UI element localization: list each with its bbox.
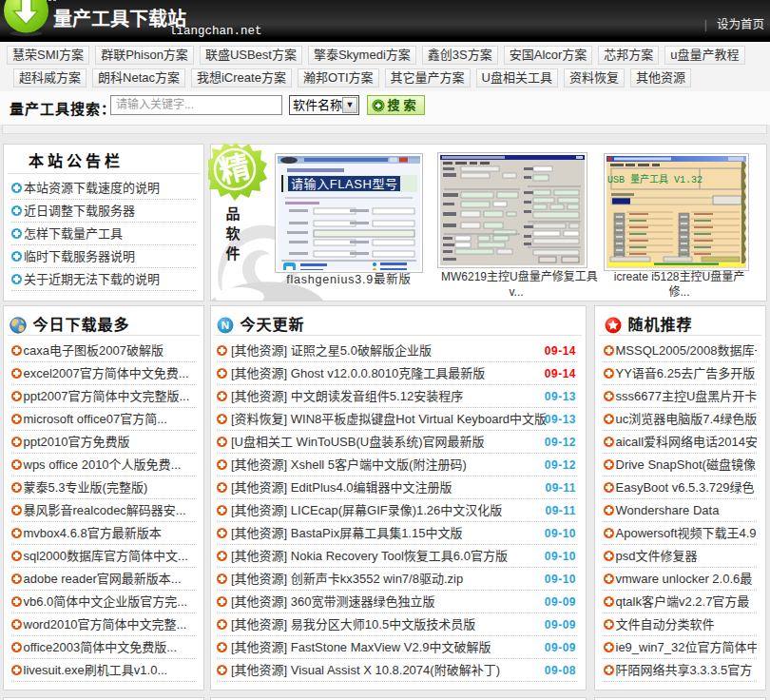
svg-text:USB 量产工具 V1.32: USB 量产工具 V1.32 bbox=[607, 173, 703, 185]
svg-text:请输入FLASH型号: 请输入FLASH型号 bbox=[291, 177, 397, 191]
svg-text:N: N bbox=[221, 320, 229, 331]
